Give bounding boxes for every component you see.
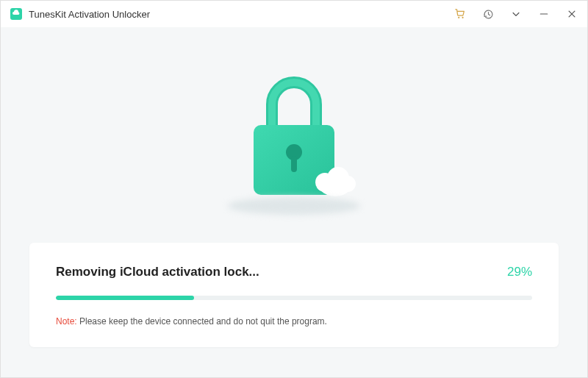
- progress-bar: [56, 296, 532, 300]
- titlebar-left: TunesKit Activation Unlocker: [10, 7, 150, 21]
- lock-illustration: [198, 60, 390, 222]
- svg-point-12: [340, 176, 356, 192]
- app-logo-icon: [10, 7, 23, 21]
- progress-status-text: Removing iCloud activation lock...: [56, 265, 259, 279]
- progress-percent-text: 29%: [507, 265, 532, 279]
- progress-note: Note: Please keep the device connected a…: [56, 316, 532, 327]
- lock-icon: [220, 68, 368, 215]
- chevron-down-icon[interactable]: [509, 7, 523, 21]
- progress-panel: Removing iCloud activation lock... 29% N…: [29, 243, 559, 347]
- minimize-icon[interactable]: [537, 7, 551, 21]
- close-icon[interactable]: [565, 7, 578, 21]
- titlebar: TunesKit Activation Unlocker: [1, 1, 587, 27]
- note-label: Note:: [56, 316, 77, 327]
- main-content: Removing iCloud activation lock... 29% N…: [1, 27, 587, 377]
- app-title: TunesKit Activation Unlocker: [29, 9, 150, 20]
- progress-bar-fill: [56, 296, 194, 300]
- cart-icon[interactable]: [453, 7, 467, 21]
- titlebar-controls: [453, 7, 578, 21]
- progress-header: Removing iCloud activation lock... 29%: [56, 265, 532, 279]
- history-icon[interactable]: [481, 7, 495, 21]
- svg-point-2: [462, 17, 463, 18]
- svg-rect-8: [291, 156, 297, 172]
- lock-shadow: [228, 197, 360, 215]
- svg-point-1: [458, 17, 459, 18]
- note-text: Please keep the device connected and do …: [77, 316, 327, 327]
- app-window: TunesKit Activation Unlocker: [0, 0, 588, 378]
